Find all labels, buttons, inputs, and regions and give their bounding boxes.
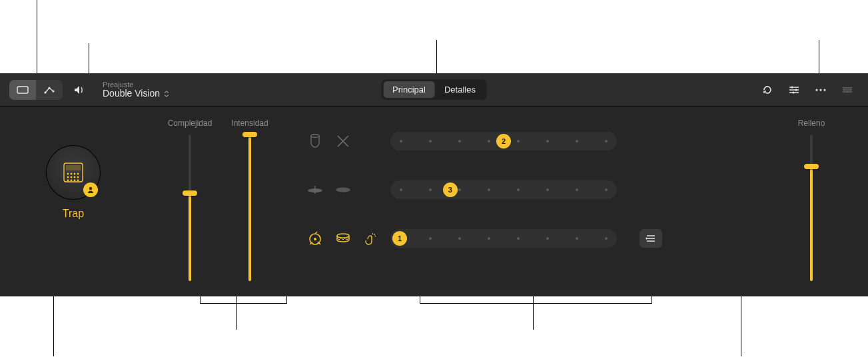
user-badge-icon (83, 182, 98, 197)
complexity-column: Complejidad (160, 119, 220, 281)
kit-icons (306, 133, 380, 150)
callout-line (37, 0, 37, 73)
drag-handle-icon[interactable] (836, 80, 859, 100)
svg-point-10 (815, 89, 817, 91)
svg-point-21 (77, 173, 79, 175)
fill-slider[interactable] (803, 135, 820, 281)
svg-point-27 (71, 180, 73, 182)
fill-label: Relleno (798, 119, 825, 129)
region-view-button[interactable] (9, 80, 36, 100)
cymbal-closed-icon[interactable] (306, 181, 324, 198)
more-button[interactable] (809, 80, 832, 100)
kick-icon[interactable] (306, 230, 324, 247)
callout-line (741, 296, 741, 356)
style-avatar (46, 145, 101, 200)
pattern-row-percussion: 2 (306, 132, 761, 151)
view-mode-segment (9, 80, 63, 100)
intensity-column: Intensidad (220, 119, 280, 281)
fill-column: Relleno (781, 119, 841, 281)
tab-main[interactable]: Principal (383, 81, 435, 98)
svg-point-19 (71, 173, 73, 175)
svg-point-26 (67, 180, 69, 182)
callout-line (236, 296, 237, 330)
svg-point-12 (823, 89, 825, 91)
sticks-icon[interactable] (334, 133, 352, 150)
svg-point-28 (74, 180, 76, 182)
callout-line (533, 296, 534, 330)
volume-button[interactable] (68, 80, 91, 100)
svg-point-9 (792, 91, 794, 93)
clap-icon[interactable] (362, 230, 380, 247)
cymbal-open-icon[interactable] (334, 181, 352, 198)
callout-line (53, 296, 54, 356)
kit-icons (306, 181, 380, 198)
callout-line (436, 40, 437, 73)
kit-icons (306, 230, 380, 247)
svg-point-8 (795, 89, 797, 91)
style-selector[interactable]: Trap (20, 145, 127, 220)
snare-icon[interactable] (334, 230, 352, 247)
drummer-editor: Preajuste Double Vision Principal Detall… (0, 73, 868, 296)
variation-slider-kicksnare[interactable]: 1 (390, 229, 617, 248)
tab-details[interactable]: Detalles (435, 81, 485, 98)
svg-point-36 (336, 188, 350, 192)
main-panel: Trap Complejidad Intensidad 231 Relleno (0, 107, 868, 296)
variation-thumb: 3 (443, 182, 458, 197)
svg-point-31 (311, 135, 319, 137)
callout-line (420, 303, 651, 304)
tab-bar: Principal Detalles (381, 79, 487, 100)
variation-slider-hihat[interactable]: 3 (390, 181, 617, 199)
conga-icon[interactable] (306, 133, 324, 150)
toolbar: Preajuste Double Vision Principal Detall… (0, 73, 868, 107)
svg-rect-17 (66, 165, 81, 171)
svg-point-20 (74, 173, 76, 175)
callout-line (651, 296, 652, 304)
svg-point-38 (314, 238, 316, 240)
svg-point-22 (67, 177, 69, 179)
callout-line (286, 296, 287, 304)
pattern-row-kicksnare: 1 (306, 229, 761, 248)
svg-point-30 (89, 187, 92, 190)
intensity-slider[interactable] (241, 135, 258, 281)
svg-point-18 (67, 173, 69, 175)
svg-point-25 (77, 177, 79, 179)
callout-line (819, 40, 819, 73)
callout-line (200, 296, 201, 304)
automation-view-button[interactable] (36, 80, 63, 100)
callout-line (200, 303, 286, 304)
sliders-button[interactable] (783, 80, 805, 100)
variation-thumb: 1 (392, 231, 407, 246)
complexity-label: Complejidad (168, 119, 213, 129)
refresh-button[interactable] (756, 80, 779, 100)
complexity-slider[interactable] (181, 135, 199, 281)
callout-line (89, 43, 89, 73)
variation-slider-percussion[interactable]: 2 (390, 132, 617, 151)
svg-point-29 (77, 180, 79, 182)
preset-selector[interactable]: Preajuste Double Vision (103, 81, 169, 99)
svg-point-41 (337, 234, 349, 238)
callout-line (420, 296, 420, 304)
toolbar-right (756, 80, 859, 100)
svg-point-23 (71, 177, 73, 179)
intensity-label: Intensidad (231, 119, 268, 129)
pattern-row-hihat: 3 (306, 181, 761, 199)
svg-point-7 (791, 86, 793, 88)
pattern-menu-button[interactable] (640, 229, 662, 248)
pattern-rows: 231 (306, 132, 761, 248)
svg-point-11 (819, 89, 821, 91)
style-name: Trap (63, 208, 84, 220)
variation-thumb: 2 (496, 134, 511, 149)
preset-value: Double Vision (103, 89, 169, 99)
svg-rect-0 (17, 87, 28, 93)
svg-point-24 (74, 177, 76, 179)
